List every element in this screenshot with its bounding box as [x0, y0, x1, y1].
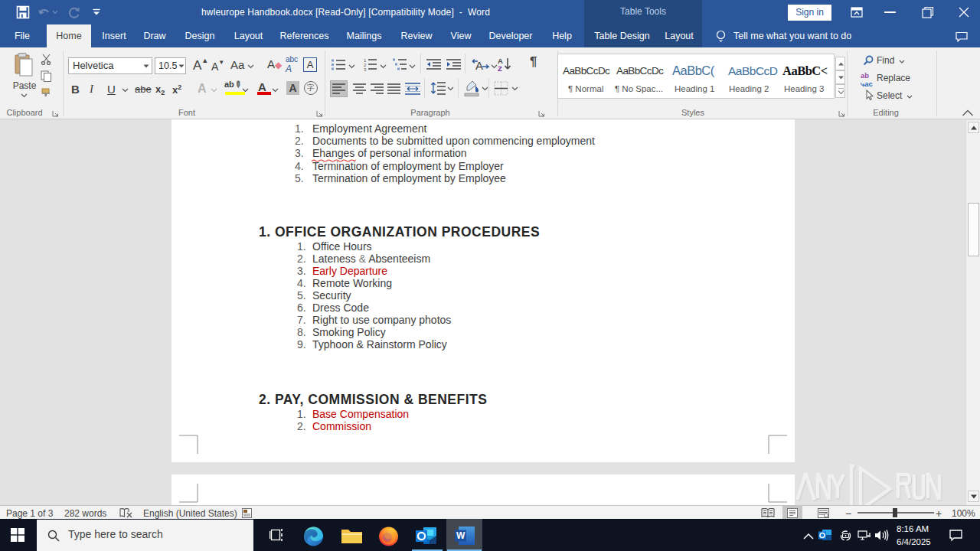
- svg-text:W: W: [456, 530, 466, 541]
- svg-text:Z: Z: [498, 64, 502, 72]
- svg-text:3: 3: [364, 67, 367, 72]
